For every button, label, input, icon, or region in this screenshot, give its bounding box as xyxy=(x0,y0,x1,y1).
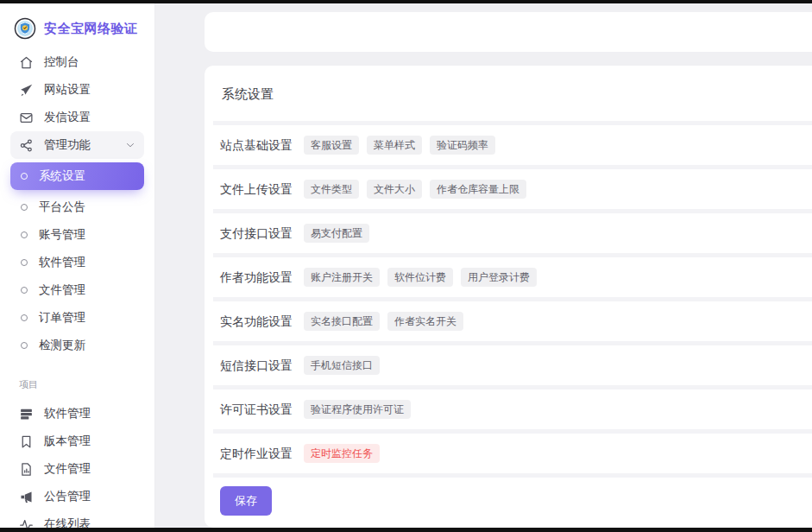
sidebar-subitem-3[interactable]: 软件管理 xyxy=(10,249,144,276)
tag: 软件位计费 xyxy=(387,268,453,287)
sidebar-nav-main: 控制台 网站设置 发信设置 管理功能 系统设置 平台公告 账号管理 xyxy=(10,48,144,359)
settings-row-tags: 账户注册开关软件位计费用户登录计费 xyxy=(304,268,537,287)
sidebar-project-item-0[interactable]: 软件管理 xyxy=(10,400,144,428)
sidebar-subitem-2[interactable]: 账号管理 xyxy=(10,221,144,249)
sidebar-subitem-label: 检测更新 xyxy=(39,338,85,353)
settings-row-label: 定时作业设置 xyxy=(220,446,293,460)
save-row: 保存 xyxy=(213,473,812,528)
sidebar-project-label: 版本管理 xyxy=(44,434,91,449)
tag: 验证码频率 xyxy=(430,136,495,155)
settings-rows: 站点基础设置 客服设置菜单样式验证码频率 文件上传设置 文件类型文件大小作者仓库… xyxy=(205,121,812,473)
settings-row-4[interactable]: 实名功能设置 实名接口配置作者实名开关 xyxy=(213,297,812,341)
sidebar-item-label: 发信设置 xyxy=(44,110,91,125)
sidebar-project-item-2[interactable]: 文件管理 xyxy=(10,455,144,483)
sidebar-subitem-6[interactable]: 检测更新 xyxy=(10,332,144,359)
tag: 作者仓库容量上限 xyxy=(430,180,526,199)
settings-row-label: 实名功能设置 xyxy=(220,314,293,328)
sidebar-item-label: 网站设置 xyxy=(44,82,91,98)
sidebar-item-label: 管理功能 xyxy=(44,137,91,153)
tag: 手机短信接口 xyxy=(304,356,380,375)
tag: 文件类型 xyxy=(304,180,359,199)
page-title: 系统设置 xyxy=(205,66,812,121)
stack-icon xyxy=(19,407,34,421)
sidebar-subitem-1[interactable]: 平台公告 xyxy=(10,193,144,221)
settings-row-0[interactable]: 站点基础设置 客服设置菜单样式验证码频率 xyxy=(213,121,812,165)
brand-name: 安全宝网络验证 xyxy=(44,21,138,37)
circle-bullet-icon xyxy=(21,259,28,266)
settings-row-3[interactable]: 作者功能设置 账户注册开关软件位计费用户登录计费 xyxy=(213,253,812,297)
sidebar-project-label: 文件管理 xyxy=(44,461,91,477)
bookmark-icon xyxy=(19,434,34,449)
circle-bullet-icon xyxy=(21,314,28,321)
settings-row-label: 站点基础设置 xyxy=(220,138,293,152)
topbar xyxy=(205,12,812,52)
settings-row-2[interactable]: 支付接口设置 易支付配置 xyxy=(213,209,812,253)
sidebar-subitem-label: 软件管理 xyxy=(39,255,85,270)
file-chart-icon xyxy=(19,462,34,477)
settings-row-1[interactable]: 文件上传设置 文件类型文件大小作者仓库容量上限 xyxy=(213,165,812,209)
sidebar-nav-projects: 软件管理 版本管理 文件管理 公告管理 在线列表 xyxy=(10,400,144,532)
settings-row-6[interactable]: 许可证书设置 验证程序使用许可证 xyxy=(213,385,812,429)
screen-edge-bottom xyxy=(0,528,812,532)
settings-row-tags: 验证程序使用许可证 xyxy=(304,400,411,419)
settings-row-label: 作者功能设置 xyxy=(220,270,293,284)
system-settings-card: 系统设置 站点基础设置 客服设置菜单样式验证码频率 文件上传设置 文件类型文件大… xyxy=(205,66,812,528)
sidebar-project-label: 公告管理 xyxy=(44,489,91,504)
chevron-down-icon xyxy=(125,140,135,150)
settings-row-tags: 实名接口配置作者实名开关 xyxy=(304,312,463,331)
sidebar-item-2[interactable]: 发信设置 xyxy=(10,104,144,131)
sidebar-subitem-5[interactable]: 订单管理 xyxy=(10,304,144,332)
sidebar: 安全宝网络验证 控制台 网站设置 发信设置 管理功能 系统设置 xyxy=(0,3,155,528)
settings-row-tags: 文件类型文件大小作者仓库容量上限 xyxy=(304,180,526,199)
sidebar-subitem-label: 系统设置 xyxy=(39,168,85,184)
settings-row-tags: 定时监控任务 xyxy=(304,444,380,463)
sidebar-item-0[interactable]: 控制台 xyxy=(10,48,144,76)
settings-row-label: 支付接口设置 xyxy=(220,226,293,240)
circle-bullet-icon xyxy=(21,287,28,294)
tag: 实名接口配置 xyxy=(304,312,380,331)
settings-row-label: 许可证书设置 xyxy=(220,402,293,416)
tag: 用户登录计费 xyxy=(461,268,537,287)
sidebar-item-3[interactable]: 管理功能 xyxy=(10,131,144,159)
tag: 易支付配置 xyxy=(304,224,369,243)
sidebar-subitem-0[interactable]: 系统设置 xyxy=(10,162,144,190)
settings-row-label: 文件上传设置 xyxy=(220,182,293,196)
settings-row-7[interactable]: 定时作业设置 定时监控任务 xyxy=(213,429,812,473)
sidebar-subitem-label: 订单管理 xyxy=(39,310,85,326)
save-button[interactable]: 保存 xyxy=(220,486,272,516)
share-nodes-icon xyxy=(19,138,34,153)
settings-row-5[interactable]: 短信接口设置 手机短信接口 xyxy=(213,341,812,385)
circle-bullet-icon xyxy=(21,231,28,238)
sidebar-item-label: 控制台 xyxy=(44,54,79,70)
sidebar-subitem-label: 文件管理 xyxy=(39,282,85,298)
sidebar-subitem-4[interactable]: 文件管理 xyxy=(10,276,144,304)
main-content: 系统设置 站点基础设置 客服设置菜单样式验证码频率 文件上传设置 文件类型文件大… xyxy=(155,3,812,528)
circle-bullet-icon xyxy=(21,342,28,349)
sidebar-project-item-3[interactable]: 公告管理 xyxy=(10,483,144,510)
tag: 菜单样式 xyxy=(367,136,422,155)
mail-icon xyxy=(19,111,34,125)
sidebar-group-label: 项目 xyxy=(10,378,144,391)
tag: 作者实名开关 xyxy=(387,312,463,331)
brand-logo: 安全宝网络验证 xyxy=(10,16,144,48)
home-icon xyxy=(19,55,34,70)
circle-bullet-icon xyxy=(21,204,28,211)
shield-badge-icon xyxy=(14,17,36,40)
settings-row-tags: 手机短信接口 xyxy=(304,356,380,375)
sidebar-subitem-label: 平台公告 xyxy=(39,200,85,215)
circle-bullet-icon xyxy=(21,173,28,180)
tag: 定时监控任务 xyxy=(304,444,380,463)
settings-row-tags: 客服设置菜单样式验证码频率 xyxy=(304,136,495,155)
tag: 文件大小 xyxy=(367,180,422,199)
sidebar-subitem-label: 账号管理 xyxy=(39,227,85,243)
sidebar-project-label: 软件管理 xyxy=(44,406,91,421)
settings-row-label: 短信接口设置 xyxy=(220,358,293,372)
sidebar-item-1[interactable]: 网站设置 xyxy=(10,76,144,104)
rocket-icon xyxy=(19,83,34,98)
sidebar-project-item-1[interactable]: 版本管理 xyxy=(10,428,144,455)
settings-row-tags: 易支付配置 xyxy=(304,224,369,243)
sidebar-submenu: 系统设置 平台公告 账号管理 软件管理 文件管理 订单管理 检测更新 xyxy=(10,162,144,359)
screen-edge-top xyxy=(0,0,812,3)
tag: 客服设置 xyxy=(304,136,359,155)
tag: 账户注册开关 xyxy=(304,268,380,287)
